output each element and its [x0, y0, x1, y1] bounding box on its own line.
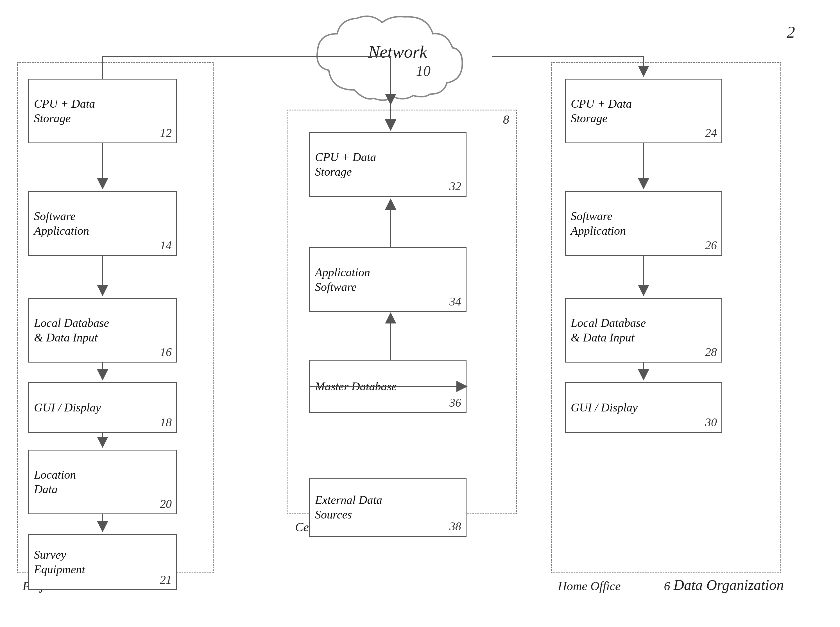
cpu-storage-12-title: CPU + DataStorage [34, 96, 171, 126]
diagram-number: 2 [786, 22, 795, 42]
location-data-20-title: LocationData [34, 467, 171, 497]
local-db-28-box: Local Database& Data Input 28 [565, 298, 722, 362]
cpu-storage-24-box: CPU + DataStorage 24 [565, 79, 722, 143]
master-db-36-box: Master Database 36 [309, 360, 466, 413]
app-software-34-title: ApplicationSoftware [315, 265, 460, 295]
gui-display-18-box: GUI / Display 18 [28, 382, 177, 433]
central-server-num: 8 [503, 112, 509, 127]
software-app-26-title: SoftwareApplication [571, 209, 716, 238]
external-data-38-box: External DataSources 38 [309, 478, 466, 537]
gui-display-30-title: GUI / Display [571, 400, 716, 415]
local-db-28-num: 28 [705, 345, 717, 359]
local-db-16-num: 16 [160, 345, 172, 359]
local-db-28-title: Local Database& Data Input [571, 316, 716, 345]
location-data-20-box: LocationData 20 [28, 450, 177, 514]
gui-display-18-num: 18 [160, 416, 172, 429]
gui-display-30-num: 30 [705, 416, 717, 429]
cpu-storage-32-num: 32 [449, 180, 461, 193]
gui-display-30-box: GUI / Display 30 [565, 382, 722, 433]
cpu-storage-32-box: CPU + DataStorage 32 [309, 132, 466, 197]
master-db-36-num: 36 [449, 396, 461, 410]
software-app-14-num: 14 [160, 239, 172, 252]
cpu-storage-32-title: CPU + DataStorage [315, 150, 460, 179]
diagram-container: 2 Network 10 Project Site 4 CPU + DataSt… [0, 0, 840, 627]
software-app-14-title: SoftwareApplication [34, 209, 171, 238]
app-software-34-box: ApplicationSoftware 34 [309, 247, 466, 312]
cpu-storage-12-box: CPU + DataStorage 12 [28, 79, 177, 143]
external-data-38-title: External DataSources [315, 493, 460, 522]
survey-equip-21-box: SurveyEquipment 21 [28, 534, 177, 590]
location-data-20-num: 20 [160, 497, 172, 510]
cpu-storage-12-num: 12 [160, 126, 172, 140]
software-app-14-box: SoftwareApplication 14 [28, 191, 177, 256]
gui-display-18-title: GUI / Display [34, 400, 171, 415]
survey-equip-21-num: 21 [160, 573, 172, 586]
cpu-storage-24-title: CPU + DataStorage [571, 96, 716, 126]
software-app-26-num: 26 [705, 239, 717, 252]
local-db-16-title: Local Database& Data Input [34, 316, 171, 345]
home-office-label: Home Office 6 [558, 579, 670, 593]
data-organization-label: Data Organization [674, 577, 784, 593]
cpu-storage-24-num: 24 [705, 126, 717, 140]
survey-equip-21-title: SurveyEquipment [34, 547, 171, 577]
master-db-36-title: Master Database [315, 379, 460, 394]
app-software-34-num: 34 [449, 295, 461, 308]
svg-text:10: 10 [416, 63, 430, 79]
software-app-26-box: SoftwareApplication 26 [565, 191, 722, 256]
external-data-38-num: 38 [449, 520, 461, 533]
network-cloud: Network 10 [309, 11, 492, 113]
svg-text:Network: Network [368, 42, 428, 61]
local-db-16-box: Local Database& Data Input 16 [28, 298, 177, 362]
